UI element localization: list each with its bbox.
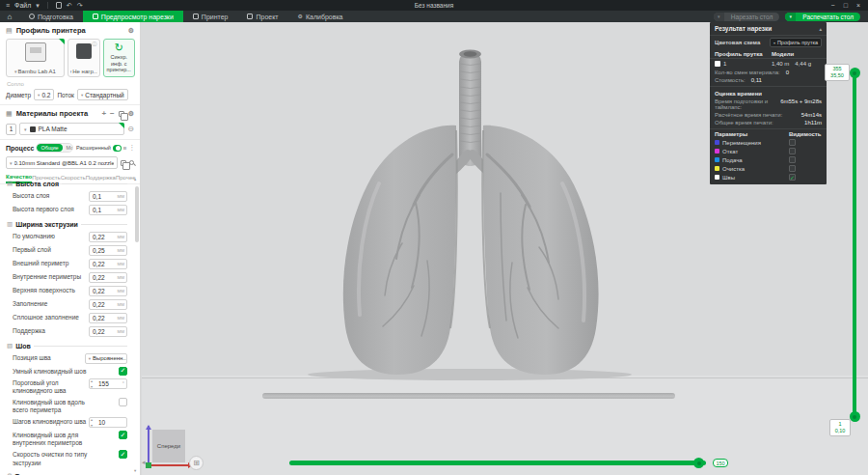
tab-project[interactable]: Проект (237, 11, 287, 22)
process-preset-select[interactable]: ▾ 0.10mm Standard @BBL A1 0.2 nozzle (6, 156, 118, 169)
support-line-width-input[interactable]: 0,22 мм (89, 326, 127, 337)
settings-scrollbar[interactable]: ▴ ▾ (135, 177, 139, 473)
infill-line-width-input[interactable]: 0,22 мм (89, 299, 127, 310)
filament-select[interactable]: ▾ PLA Matte (19, 123, 124, 135)
solid-infill-line-width-input[interactable]: 0,22 мм (89, 313, 127, 323)
printer-card[interactable]: ▾ Bambu Lab A1 (6, 39, 65, 77)
tab-device[interactable]: Принтер (183, 11, 238, 22)
section-seam: ▧ Шов (0, 338, 135, 351)
visibility-column-header: Видимость (789, 131, 822, 137)
legend-row-wipe: Очистка (710, 164, 827, 173)
materials-icon: ▦ (6, 110, 13, 118)
undo-icon[interactable]: ↶ (67, 2, 72, 10)
left-sidebar: ▤ Профиль принтера ⚙ ▾ Bambu Lab A1 ⓘ ▾ … (0, 22, 141, 475)
layer-height-input[interactable]: 0,1 мм (89, 191, 127, 202)
lungs-model[interactable] (286, 39, 653, 382)
printer-icon (193, 14, 199, 19)
slice-dropdown-icon[interactable]: ▾ (714, 13, 724, 21)
slice-plate-button[interactable]: ▾ Нарезать стол (714, 13, 779, 21)
bed-type-card[interactable]: ⓘ ▾ Не нагр... (68, 39, 99, 77)
setting-row: По умолчанию 0,22 мм (0, 230, 135, 243)
scope-global-pill[interactable]: Общие (37, 144, 62, 152)
cost-value: 0,11 (748, 77, 762, 83)
wipe-visibility-checkbox[interactable] (789, 165, 796, 172)
scope-objects-pill[interactable]: Модели (63, 144, 73, 152)
minimize-button[interactable]: − (831, 2, 835, 9)
file-menu[interactable]: Файл (14, 2, 31, 9)
seams-visibility-checkbox[interactable] (789, 174, 796, 181)
file-menu-chevron-icon[interactable]: ▾ (36, 2, 40, 10)
smart-scarf-seam-checkbox[interactable] (119, 367, 127, 376)
collapse-sidebar-icon[interactable]: ◂ (142, 459, 146, 466)
total-time-value: 1h11m (801, 120, 822, 126)
scarf-inner-walls-checkbox[interactable] (119, 431, 127, 439)
top-surface-line-width-input[interactable]: 0,22 мм (89, 286, 127, 296)
retract-color-swatch (715, 149, 719, 154)
add-filament-icon[interactable]: + (101, 110, 106, 118)
divider (47, 2, 48, 9)
travel-visibility-checkbox[interactable] (789, 139, 796, 146)
home-icon[interactable]: ⌂ (0, 11, 19, 22)
scroll-down-icon[interactable]: ▾ (134, 468, 136, 473)
legend-row-unretract: Подача (710, 155, 827, 164)
close-button[interactable]: × (856, 2, 860, 9)
retract-visibility-checkbox[interactable] (789, 148, 796, 154)
maximize-button[interactable]: □ (844, 2, 848, 9)
wipe-speed-checkbox[interactable] (119, 450, 127, 459)
layer-slider[interactable] (853, 72, 856, 417)
save-preset-icon[interactable] (121, 160, 126, 166)
settings-list: ▤ Высота слоя Высота слоя 0,1 мм Высота … (0, 174, 135, 475)
filament-icon (30, 126, 36, 132)
tab-prepare[interactable]: Подготовка (19, 11, 83, 22)
more-options-icon[interactable]: ⋮ (129, 144, 136, 152)
redo-icon[interactable]: ↷ (77, 2, 83, 10)
default-line-width-input[interactable]: 0,22 мм (89, 232, 127, 242)
setting-row: Верхняя поверхность 0,22 мм (0, 284, 135, 297)
first-layer-line-width-input[interactable]: 0,25 мм (89, 245, 127, 256)
chevron-down-icon: ▾ (14, 69, 17, 74)
seams-color-swatch (715, 175, 719, 180)
layer-height-icon: ▤ (7, 180, 13, 187)
legend-row-travel: Перемещения (710, 138, 827, 147)
new-project-icon[interactable] (56, 2, 62, 9)
remove-filament-icon[interactable]: − (110, 110, 115, 118)
printer-settings-gear-icon[interactable]: ⚙ (128, 27, 134, 35)
sync-printer-card[interactable]: ↻ Синхр. инф. с принтер... (103, 39, 135, 77)
chevron-down-icon: ▾ (24, 126, 27, 132)
collapse-panel-icon[interactable]: ▴ (819, 26, 822, 32)
layer-slider-top-badge: 355 35,50 (825, 64, 850, 81)
scrollbar-thumb[interactable] (135, 186, 139, 242)
scarf-around-entire-wall-checkbox[interactable] (119, 398, 127, 406)
print-plate-button[interactable]: ▾ Распечатать стол (785, 13, 860, 21)
compare-presets-icon[interactable]: ≡ (123, 145, 127, 152)
tab-calibration[interactable]: ⚙ Калибровка (288, 11, 353, 22)
move-slider-handle[interactable] (693, 458, 704, 468)
diameter-select[interactable]: ▾ 0.2 (34, 89, 54, 100)
flow-select[interactable]: ▾ Стандартный (77, 89, 128, 100)
print-dropdown-icon[interactable]: ▾ (785, 13, 796, 21)
remove-filament-circle-icon[interactable]: ⊖ (127, 125, 134, 133)
model-time-value: 54m14s (799, 112, 822, 118)
advanced-toggle[interactable] (113, 145, 122, 152)
menu-icon[interactable]: ≡ (6, 2, 10, 9)
sync-filaments-icon[interactable] (119, 111, 124, 117)
printer-thumbnail (25, 42, 46, 62)
modified-marker (119, 123, 124, 128)
filament-settings-gear-icon[interactable]: ⚙ (128, 110, 134, 118)
color-scheme-select[interactable]: ▾ Профиль прутка (770, 38, 822, 47)
plate-settings-button[interactable]: ⊞ (189, 456, 203, 470)
scarf-angle-threshold-spinner[interactable]: 155 ° (89, 378, 127, 389)
seam-position-select[interactable]: ▾ Выровненн... (85, 353, 127, 364)
search-icon[interactable] (129, 160, 134, 165)
move-slider[interactable] (289, 461, 706, 465)
view-cube[interactable]: Спереди (152, 430, 185, 462)
tab-preview[interactable]: Предпросмотр нарезки (83, 11, 183, 22)
scroll-up-icon[interactable]: ▴ (134, 177, 136, 182)
layer-slider-bottom-handle[interactable] (850, 411, 860, 422)
outer-wall-line-width-input[interactable]: 0,22 мм (89, 259, 127, 269)
inner-wall-line-width-input[interactable]: 0,22 мм (89, 272, 127, 283)
scarf-steps-spinner[interactable]: 10 (89, 417, 127, 428)
layer-slider-top-handle[interactable] (850, 68, 860, 78)
unretract-visibility-checkbox[interactable] (789, 156, 796, 163)
first-layer-height-input[interactable]: 0,1 мм (89, 205, 127, 215)
